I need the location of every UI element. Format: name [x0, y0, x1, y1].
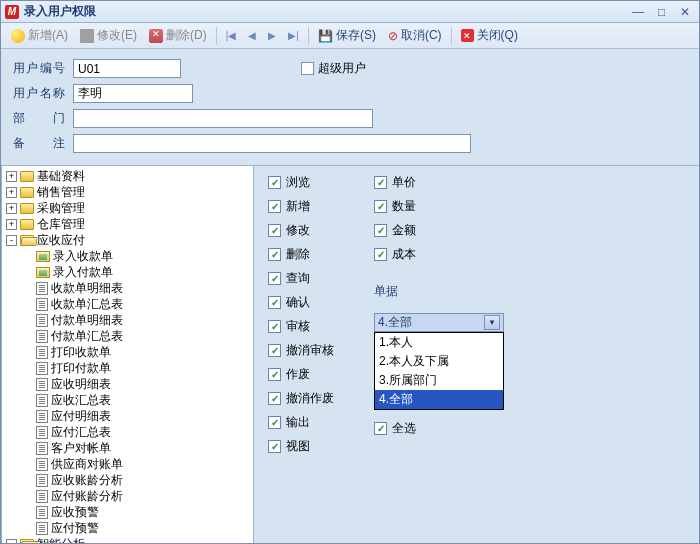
delete-icon [149, 29, 163, 43]
expander-icon[interactable]: + [6, 171, 17, 182]
tree-item[interactable]: 录入付款单 [2, 264, 253, 280]
perm-item: 查询 [268, 270, 334, 287]
tree-item-label: 供应商对账单 [51, 456, 123, 473]
tree-item[interactable]: 打印收款单 [2, 344, 253, 360]
combo-option[interactable]: 4.全部 [375, 390, 503, 409]
save-button[interactable]: 💾保存(S) [313, 25, 381, 46]
doc-acc-icon [36, 251, 50, 262]
tree-item-label: 应付账龄分析 [51, 488, 123, 505]
close-window-button[interactable]: ✕关闭(Q) [456, 25, 523, 46]
tree-item[interactable]: 应付预警 [2, 520, 253, 536]
select-all-label: 全选 [392, 420, 416, 437]
doc-icon-icon [36, 506, 48, 519]
tree-item[interactable]: 打印付款单 [2, 360, 253, 376]
doc-icon-icon [36, 346, 48, 359]
minimize-button[interactable]: — [628, 5, 648, 19]
perm-label: 新增 [286, 198, 310, 215]
doc-icon-icon [36, 314, 48, 327]
tree-item[interactable]: +基础资料 [2, 168, 253, 184]
tree-item[interactable]: 应收账龄分析 [2, 472, 253, 488]
username-input[interactable] [73, 84, 193, 103]
tree-pane: +基础资料+销售管理+采购管理+仓库管理-应收应付录入收款单录入付款单收款单明细… [1, 166, 254, 544]
superuser-label: 超级用户 [318, 60, 366, 77]
tree-item[interactable]: -应收应付 [2, 232, 253, 248]
perm-checkbox[interactable] [374, 200, 387, 213]
tree-item-label: 收款单汇总表 [51, 296, 123, 313]
bill-scope-combo[interactable]: 4.全部▼ [374, 313, 504, 332]
nav-prev-button[interactable]: ◀ [243, 28, 261, 43]
perm-checkbox[interactable] [374, 176, 387, 189]
tree-item[interactable]: 录入收款单 [2, 248, 253, 264]
tree-item[interactable]: 应付明细表 [2, 408, 253, 424]
perm-checkbox[interactable] [268, 176, 281, 189]
tree-item-label: 应收预警 [51, 504, 99, 521]
tree-item-label: 仓库管理 [37, 216, 85, 233]
combo-value: 4.全部 [378, 314, 412, 331]
tree-item[interactable]: 应付汇总表 [2, 424, 253, 440]
combo-dropdown: 1.本人2.本人及下属3.所属部门4.全部 [374, 332, 504, 410]
permissions-pane: 浏览新增修改删除查询确认审核撤消审核作废撤消作废输出视图 单价数量金额成本单据4… [254, 166, 699, 544]
combo-option[interactable]: 2.本人及下属 [375, 352, 503, 371]
expander-icon[interactable]: + [6, 219, 17, 230]
doc-icon-icon [36, 298, 48, 311]
nav-next-button[interactable]: ▶ [263, 28, 281, 43]
tree-item[interactable]: -智能分析 [2, 536, 253, 544]
tree-item[interactable]: 供应商对账单 [2, 456, 253, 472]
tree-item[interactable]: 付款单明细表 [2, 312, 253, 328]
tree-item[interactable]: 应收预警 [2, 504, 253, 520]
nav-first-button[interactable]: |◀ [221, 28, 242, 43]
superuser-checkbox[interactable] [301, 62, 314, 75]
perm-checkbox[interactable] [268, 296, 281, 309]
perm-checkbox[interactable] [268, 248, 281, 261]
perm-checkbox[interactable] [268, 344, 281, 357]
tree-item[interactable]: 收款单明细表 [2, 280, 253, 296]
nav-last-button[interactable]: ▶| [283, 28, 304, 43]
perm-checkbox[interactable] [374, 224, 387, 237]
perm-checkbox[interactable] [268, 416, 281, 429]
close-button[interactable]: ✕ [675, 5, 695, 19]
chevron-down-icon[interactable]: ▼ [484, 315, 500, 330]
expander-icon[interactable]: - [6, 539, 17, 545]
expander-icon[interactable]: + [6, 203, 17, 214]
tree-item[interactable]: 付款单汇总表 [2, 328, 253, 344]
expander-icon[interactable]: - [6, 235, 17, 246]
tree-item[interactable]: 应付账龄分析 [2, 488, 253, 504]
window-title: 录入用户权限 [24, 3, 628, 20]
cancel-button[interactable]: ⊘取消(C) [383, 25, 447, 46]
perm-label: 审核 [286, 318, 310, 335]
tree-item[interactable]: 应收明细表 [2, 376, 253, 392]
tree-item[interactable]: +仓库管理 [2, 216, 253, 232]
dept-input[interactable] [73, 109, 373, 128]
perm-item: 撤消审核 [268, 342, 334, 359]
select-all-checkbox[interactable] [374, 422, 387, 435]
combo-option[interactable]: 1.本人 [375, 333, 503, 352]
tree-item[interactable]: 收款单汇总表 [2, 296, 253, 312]
tree-item[interactable]: 客户对帐单 [2, 440, 253, 456]
perm-checkbox[interactable] [268, 440, 281, 453]
maximize-button[interactable]: □ [652, 5, 672, 19]
perm-checkbox[interactable] [268, 224, 281, 237]
tree-item[interactable]: +采购管理 [2, 200, 253, 216]
perm-checkbox[interactable] [268, 368, 281, 381]
perm-checkbox[interactable] [268, 272, 281, 285]
perm-label: 撤消作废 [286, 390, 334, 407]
tree-item[interactable]: 应收汇总表 [2, 392, 253, 408]
titlebar: M 录入用户权限 — □ ✕ [1, 1, 699, 23]
perm-checkbox[interactable] [374, 248, 387, 261]
tree-item[interactable]: +销售管理 [2, 184, 253, 200]
perm-label: 视图 [286, 438, 310, 455]
remark-input[interactable] [73, 134, 471, 153]
perm-checkbox[interactable] [268, 392, 281, 405]
perm-label: 修改 [286, 222, 310, 239]
userid-input[interactable] [73, 59, 181, 78]
perm-label: 成本 [392, 246, 416, 263]
perm-label: 确认 [286, 294, 310, 311]
combo-option[interactable]: 3.所属部门 [375, 371, 503, 390]
perm-checkbox[interactable] [268, 200, 281, 213]
perm-label: 数量 [392, 198, 416, 215]
perm-label: 查询 [286, 270, 310, 287]
perm-checkbox[interactable] [268, 320, 281, 333]
label-dept: 部 门 [13, 110, 65, 127]
expander-icon[interactable]: + [6, 187, 17, 198]
tree-item-label: 智能分析 [37, 536, 85, 545]
